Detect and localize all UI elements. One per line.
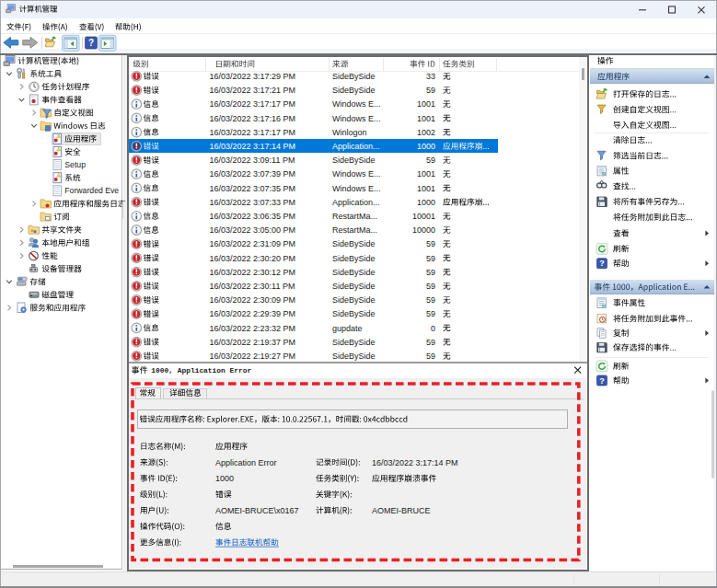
svg-text:1000: 1000	[215, 474, 234, 483]
svg-text:16/03/2022 3:05:00 PM: 16/03/2022 3:05:00 PM	[210, 225, 296, 235]
svg-text:16/03/2022 2:23:32 PM: 16/03/2022 2:23:32 PM	[210, 324, 296, 333]
svg-text:59: 59	[426, 338, 435, 347]
svg-text:Windows E...: Windows E...	[332, 99, 381, 109]
svg-text:SideBySide: SideBySide	[332, 338, 376, 347]
svg-text:SideBySide: SideBySide	[332, 156, 376, 165]
svg-text:Winlogon: Winlogon	[332, 128, 367, 137]
svg-text:10001: 10001	[412, 212, 435, 221]
svg-text:1000, Application Error: 1000, Application Error	[151, 366, 251, 375]
svg-text:59: 59	[426, 254, 435, 263]
svg-text:SideBySide: SideBySide	[332, 86, 376, 95]
svg-text:Windows E...: Windows E...	[332, 169, 381, 179]
svg-text:0: 0	[431, 324, 435, 333]
svg-text:1001: 1001	[417, 99, 435, 109]
svg-text:SideBySide: SideBySide	[332, 352, 376, 361]
svg-text:16/03/2022 3:17:21 PM: 16/03/2022 3:17:21 PM	[210, 86, 296, 95]
svg-text:59: 59	[426, 239, 435, 248]
svg-text:16/03/2022 3:17:17 PM: 16/03/2022 3:17:17 PM	[210, 128, 296, 137]
svg-text:SideBySide: SideBySide	[332, 268, 376, 277]
svg-text:SideBySide: SideBySide	[332, 282, 376, 291]
svg-text:16/03/2022 3:17:14 PM: 16/03/2022 3:17:14 PM	[372, 458, 458, 467]
svg-text:SideBySide: SideBySide	[332, 295, 376, 305]
svg-text:1001: 1001	[417, 184, 435, 193]
svg-text:59: 59	[426, 352, 435, 361]
svg-text:Forwarded Eve: Forwarded Eve	[64, 186, 119, 195]
svg-text:RestartMa...: RestartMa...	[332, 225, 377, 235]
svg-text:1000: 1000	[417, 198, 435, 207]
svg-text:Windows E...: Windows E...	[332, 114, 381, 123]
svg-text:Application Error: Application Error	[215, 458, 277, 467]
svg-text:AOMEI-BRUCE\x0167: AOMEI-BRUCE\x0167	[215, 506, 299, 515]
svg-text:SideBySide: SideBySide	[332, 239, 376, 248]
svg-text:1000: 1000	[417, 142, 435, 151]
svg-text:SideBySide: SideBySide	[332, 254, 376, 263]
svg-text:59: 59	[426, 156, 435, 165]
svg-text:16/03/2022 2:31:09 PM: 16/03/2022 2:31:09 PM	[210, 239, 296, 248]
svg-text:16/03/2022 2:30:12 PM: 16/03/2022 2:30:12 PM	[210, 268, 296, 277]
svg-text:AOMEI-BRUCE: AOMEI-BRUCE	[372, 506, 431, 515]
svg-text:33: 33	[426, 72, 435, 81]
svg-text:16/03/2022 3:17:17 PM: 16/03/2022 3:17:17 PM	[210, 99, 296, 109]
svg-text:59: 59	[426, 86, 435, 95]
svg-text:59: 59	[426, 295, 435, 305]
svg-text:16/03/2022 2:19:37 PM: 16/03/2022 2:19:37 PM	[210, 338, 296, 347]
svg-text:16/03/2022 3:06:35 PM: 16/03/2022 3:06:35 PM	[210, 212, 296, 221]
svg-text:16/03/2022 3:09:11 PM: 16/03/2022 3:09:11 PM	[210, 156, 295, 165]
svg-text:Application...: Application...	[332, 198, 380, 207]
svg-text:16/03/2022 2:19:27 PM: 16/03/2022 2:19:27 PM	[210, 352, 296, 361]
svg-text:?: ?	[599, 259, 605, 268]
svg-text:?: ?	[599, 376, 605, 386]
svg-text:59: 59	[426, 268, 435, 277]
svg-text:1002: 1002	[417, 128, 435, 137]
svg-text:16/03/2022 2:29:39 PM: 16/03/2022 2:29:39 PM	[210, 309, 296, 318]
svg-text:gupdate: gupdate	[332, 324, 363, 333]
svg-text:16/03/2022 2:30:20 PM: 16/03/2022 2:30:20 PM	[210, 254, 296, 263]
svg-text:10000: 10000	[412, 225, 435, 235]
svg-text:16/03/2022 3:07:33 PM: 16/03/2022 3:07:33 PM	[210, 198, 296, 207]
svg-text:16/03/2022 2:30:11 PM: 16/03/2022 2:30:11 PM	[210, 282, 295, 291]
svg-text:16/03/2022 3:17:16 PM: 16/03/2022 3:17:16 PM	[210, 114, 296, 123]
svg-text:59: 59	[426, 282, 435, 291]
svg-text:1001: 1001	[417, 114, 435, 123]
svg-text:Application...: Application...	[332, 142, 380, 151]
svg-text:?: ?	[88, 38, 94, 48]
svg-text:SideBySide: SideBySide	[332, 309, 376, 318]
svg-text:Windows E...: Windows E...	[332, 184, 381, 193]
svg-text:16/03/2022 2:30:09 PM: 16/03/2022 2:30:09 PM	[210, 295, 296, 305]
svg-text:16/03/2022 3:17:14 PM: 16/03/2022 3:17:14 PM	[210, 142, 296, 151]
svg-text:16/03/2022 3:07:39 PM: 16/03/2022 3:07:39 PM	[210, 169, 296, 179]
svg-text:Setup: Setup	[64, 160, 86, 169]
svg-text:59: 59	[426, 309, 435, 318]
svg-text:16/03/2022 3:07:35 PM: 16/03/2022 3:07:35 PM	[210, 184, 296, 193]
svg-text:1001: 1001	[417, 169, 435, 179]
svg-text:RestartMa...: RestartMa...	[332, 212, 377, 221]
svg-text:SideBySide: SideBySide	[332, 72, 376, 81]
svg-text:16/03/2022 3:17:29 PM: 16/03/2022 3:17:29 PM	[210, 72, 296, 81]
